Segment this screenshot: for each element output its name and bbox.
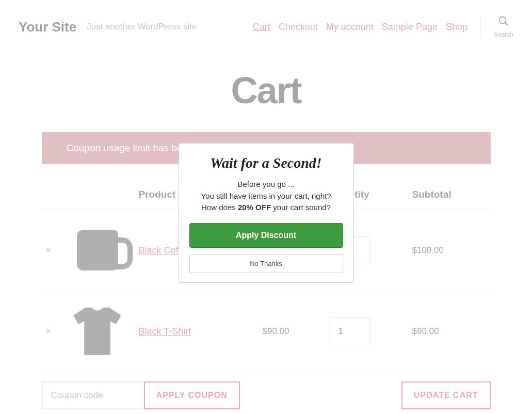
exit-intent-modal: Wait for a Second! Before you go ... You… [179, 143, 354, 283]
modal-title: Wait for a Second! [189, 155, 343, 171]
modal-body: Before you go ... You still have items i… [189, 179, 343, 214]
no-thanks-button[interactable]: No Thanks [189, 254, 343, 273]
apply-discount-button[interactable]: Apply Discount [189, 223, 343, 248]
